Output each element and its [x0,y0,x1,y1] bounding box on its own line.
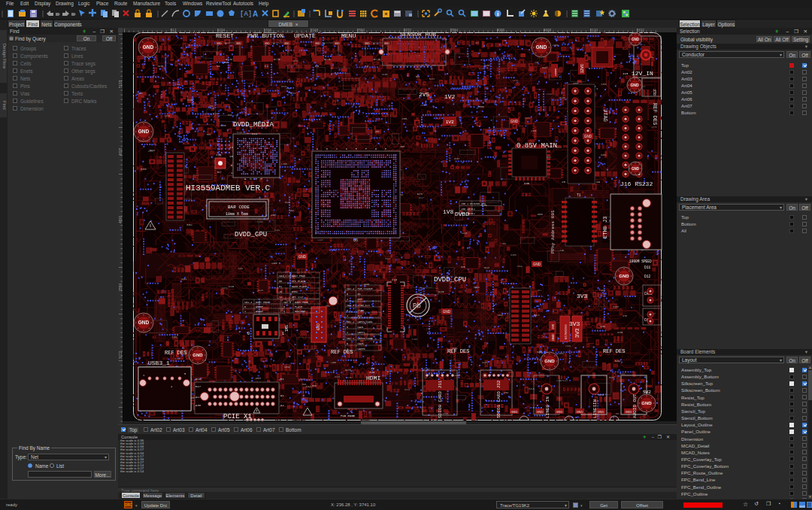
svg-text:[A]: [A] [240,11,252,18]
svg-text:A: A [253,10,258,18]
